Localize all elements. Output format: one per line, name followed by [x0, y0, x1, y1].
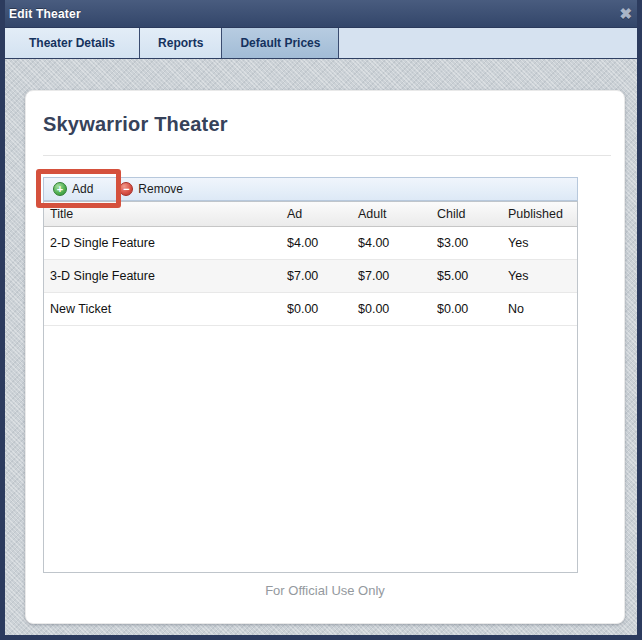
table-cell: $0.00	[431, 302, 502, 316]
table-cell: 2-D Single Feature	[44, 236, 281, 250]
remove-button-label: Remove	[138, 182, 183, 196]
table-cell: $7.00	[352, 269, 431, 283]
tab-default-prices[interactable]: Default Prices	[222, 28, 339, 58]
table-cell: $7.00	[281, 269, 352, 283]
column-header-adult[interactable]: Adult	[352, 207, 431, 221]
tab-reports[interactable]: Reports	[140, 28, 222, 58]
table-cell: Yes	[502, 269, 577, 283]
table-cell: $3.00	[431, 236, 502, 250]
column-header-title[interactable]: Title	[44, 207, 281, 221]
table-cell: $0.00	[281, 302, 352, 316]
page-title: Skywarrior Theater	[43, 113, 228, 136]
prices-table: TitleAdAdultChildPublished 2-D Single Fe…	[43, 201, 578, 573]
dialog-titlebar: Edit Theater ✖	[0, 0, 642, 28]
table-header-row: TitleAdAdultChildPublished	[44, 202, 577, 227]
table-cell: $5.00	[431, 269, 502, 283]
remove-minus-icon: −	[119, 182, 133, 196]
table-row[interactable]: 3-D Single Feature$7.00$7.00$5.00Yes	[44, 260, 577, 293]
table-cell: $4.00	[281, 236, 352, 250]
table-cell: New Ticket	[44, 302, 281, 316]
column-header-ad[interactable]: Ad	[281, 207, 352, 221]
prices-toolbar: + Add − Remove	[43, 177, 578, 201]
dialog-title: Edit Theater	[9, 7, 81, 21]
tab-bar: Theater DetailsReportsDefault Prices	[0, 28, 642, 59]
heading-divider	[43, 155, 611, 156]
table-cell: 3-D Single Feature	[44, 269, 281, 283]
table-body: 2-D Single Feature$4.00$4.00$3.00Yes3-D …	[44, 227, 577, 326]
table-row[interactable]: 2-D Single Feature$4.00$4.00$3.00Yes	[44, 227, 577, 260]
add-button[interactable]: + Add	[53, 182, 93, 196]
table-cell: No	[502, 302, 577, 316]
column-header-published[interactable]: Published	[502, 207, 577, 221]
table-cell: Yes	[502, 236, 577, 250]
add-plus-icon: +	[53, 182, 67, 196]
edit-theater-dialog: Edit Theater ✖ Theater DetailsReportsDef…	[0, 0, 642, 640]
table-cell: $0.00	[352, 302, 431, 316]
footer-note: For Official Use Only	[26, 583, 624, 598]
table-row[interactable]: New Ticket$0.00$0.00$0.00No	[44, 293, 577, 326]
add-button-label: Add	[72, 182, 93, 196]
content-panel: Skywarrior Theater + Add − Remove TitleA…	[25, 90, 625, 624]
remove-button[interactable]: − Remove	[119, 182, 183, 196]
table-cell: $4.00	[352, 236, 431, 250]
column-header-child[interactable]: Child	[431, 207, 502, 221]
tab-theater-details[interactable]: Theater Details	[5, 28, 140, 58]
close-icon[interactable]: ✖	[619, 6, 632, 21]
